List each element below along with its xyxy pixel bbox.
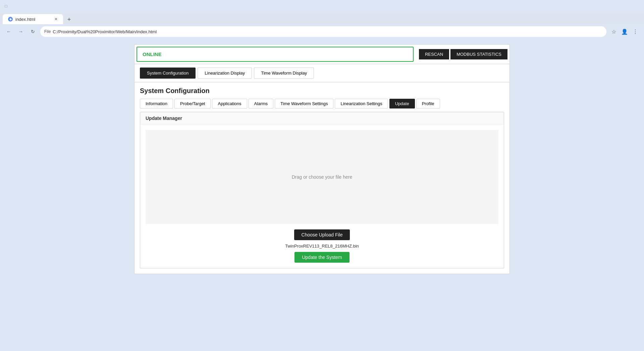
tab-label: index.html bbox=[15, 17, 35, 22]
browser-titlebar: □ bbox=[0, 0, 644, 12]
reload-button[interactable]: ↻ bbox=[28, 27, 38, 36]
choose-upload-file-button[interactable]: Choose Upload File bbox=[294, 229, 350, 240]
browser-toolbar: ← → ↻ File C:/Proximity/Dual%20Proximito… bbox=[0, 24, 644, 39]
menu-button[interactable]: ⋮ bbox=[631, 27, 640, 36]
tab-close-button[interactable]: ✕ bbox=[54, 17, 58, 21]
sub-tab-profile[interactable]: Profile bbox=[416, 99, 440, 108]
sub-tab-probe-target[interactable]: Probe/Target bbox=[174, 99, 211, 108]
update-manager-panel: Update Manager Drag or choose your file … bbox=[140, 112, 504, 268]
toolbar-right: ☆ 👤 ⋮ bbox=[609, 27, 640, 36]
window-icon: □ bbox=[3, 3, 9, 9]
back-button[interactable]: ← bbox=[4, 27, 13, 36]
page-title: System Configuration bbox=[135, 82, 509, 97]
new-tab-button[interactable]: + bbox=[64, 15, 74, 24]
tab-system-configuration[interactable]: System Configuration bbox=[140, 68, 196, 79]
browser-chrome: □ ◆ index.html ✕ + ← → ↻ File C:/Proximi… bbox=[0, 0, 644, 39]
sub-tab-linearization-settings[interactable]: Linearization Settings bbox=[335, 99, 388, 108]
update-system-button[interactable]: Update the System bbox=[294, 252, 349, 263]
app-container: ONLINE RESCAN MODBUS STATISTICS System C… bbox=[134, 44, 510, 274]
tab-time-waveform-display[interactable]: Time Waveform Display bbox=[254, 68, 314, 79]
rescan-button[interactable]: RESCAN bbox=[419, 49, 449, 59]
address-bar[interactable]: File C:/Proximity/Dual%20Proximitor/Web/… bbox=[40, 26, 606, 37]
bookmark-button[interactable]: ☆ bbox=[609, 27, 619, 36]
main-nav: System Configuration Linearization Displ… bbox=[135, 64, 509, 82]
browser-tabs-row: ◆ index.html ✕ + bbox=[0, 12, 644, 24]
dropzone-text: Drag or choose your file here bbox=[292, 174, 353, 180]
sub-tab-information[interactable]: Information bbox=[140, 99, 173, 108]
sub-tab-time-waveform-settings[interactable]: Time Waveform Settings bbox=[275, 99, 333, 108]
sub-tab-applications[interactable]: Applications bbox=[212, 99, 247, 108]
panel-body: Drag or choose your file here Choose Upl… bbox=[140, 125, 504, 268]
file-dropzone[interactable]: Drag or choose your file here bbox=[146, 130, 498, 224]
tab-linearization-display[interactable]: Linearization Display bbox=[198, 68, 252, 79]
account-button[interactable]: 👤 bbox=[620, 27, 629, 36]
forward-button[interactable]: → bbox=[16, 27, 25, 36]
browser-tab-active[interactable]: ◆ index.html ✕ bbox=[3, 14, 63, 24]
status-buttons: RESCAN MODBUS STATISTICS bbox=[416, 47, 509, 61]
sub-tab-alarms[interactable]: Alarms bbox=[249, 99, 273, 108]
address-text: C:/Proximity/Dual%20Proximitor/Web/Main/… bbox=[53, 29, 157, 34]
sub-tab-update[interactable]: Update bbox=[389, 99, 415, 108]
status-bar: ONLINE RESCAN MODBUS STATISTICS bbox=[135, 45, 509, 64]
modbus-statistics-button[interactable]: MODBUS STATISTICS bbox=[450, 49, 507, 59]
protocol-label: File bbox=[44, 29, 51, 34]
online-badge: ONLINE bbox=[137, 47, 414, 62]
selected-filename: TwinProxREV113_REL8_216MHZ.bin bbox=[285, 244, 359, 249]
tab-favicon: ◆ bbox=[8, 17, 13, 21]
online-label: ONLINE bbox=[143, 51, 162, 57]
panel-title: Update Manager bbox=[140, 112, 504, 125]
page-content: ONLINE RESCAN MODBUS STATISTICS System C… bbox=[0, 39, 644, 279]
sub-nav: Information Probe/Target Applications Al… bbox=[135, 97, 509, 112]
